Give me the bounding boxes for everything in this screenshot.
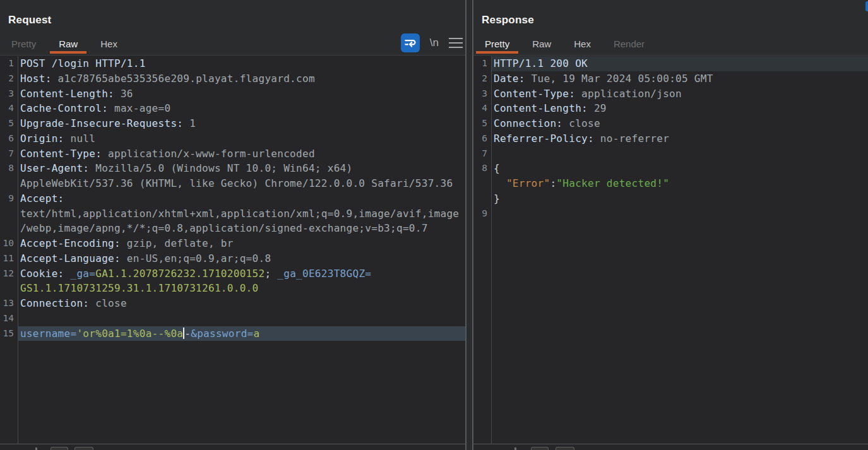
code-line: 7Content-Type: application/x-www-form-ur…	[0, 146, 465, 162]
code-text[interactable]: Accept:	[18, 191, 465, 206]
code-line: 2Host: a1c78765abe535356e209.playat.flag…	[0, 71, 465, 86]
response-title: Response	[482, 14, 534, 27]
code-line: 8{	[473, 161, 868, 176]
search-option-button[interactable]	[531, 447, 549, 450]
code-text[interactable]: Content-Type: application/json	[491, 86, 868, 102]
code-line: 9	[473, 206, 868, 222]
code-text[interactable]: }	[491, 191, 868, 206]
code-line: 13Connection: close	[0, 296, 465, 311]
code-text[interactable]: Cache-Control: max-age=0	[18, 101, 465, 116]
code-text[interactable]: Host: a1c78765abe535356e209.playat.flagy…	[18, 71, 465, 86]
code-text[interactable]: AppleWebKit/537.36 (KHTML, like Gecko) C…	[18, 176, 465, 191]
tab-pretty: Pretty	[3, 37, 45, 54]
word-wrap-toggle-button[interactable]	[401, 33, 420, 52]
code-line: 5Upgrade-Insecure-Requests: 1	[0, 116, 465, 131]
tab-hex[interactable]: Hex	[92, 37, 126, 54]
code-text[interactable]	[491, 146, 868, 162]
code-line: 3Content-Type: application/json	[473, 86, 868, 102]
code-text[interactable]	[491, 206, 868, 222]
line-number: 1	[473, 56, 491, 71]
word-wrap-toggle-button-clipped[interactable]	[865, 1, 868, 11]
word-wrap-icon	[403, 36, 417, 50]
search-option-button[interactable]	[74, 447, 93, 450]
tab-hex[interactable]: Hex	[565, 37, 600, 54]
code-text[interactable]	[18, 311, 465, 326]
code-text[interactable]: "Error":"Hacker detected!"	[491, 176, 868, 191]
code-text[interactable]: Date: Tue, 19 Mar 2024 05:00:05 GMT	[491, 71, 868, 86]
request-header: Request PrettyRawHex \n	[0, 0, 465, 56]
line-number: 3	[0, 86, 18, 102]
panel-splitter[interactable]	[465, 0, 473, 450]
code-text[interactable]: Content-Type: application/x-www-form-url…	[18, 146, 465, 162]
tab-render: Render	[605, 37, 653, 54]
code-text[interactable]: Connection: close	[491, 116, 868, 131]
response-search-bar	[473, 444, 868, 450]
code-text[interactable]: Accept-Language: en-US,en;q=0.9,ar;q=0.8	[18, 251, 465, 266]
code-text[interactable]: Cookie: _ga=GA1.1.2078726232.1710200152;…	[18, 266, 465, 281]
line-number	[473, 191, 491, 206]
response-header: Response PrettyRawHexRender	[473, 0, 868, 56]
code-text[interactable]: GS1.1.1710731259.31.1.1710731261.0.0.0	[18, 281, 465, 296]
line-number: 7	[473, 146, 491, 162]
line-number: 12	[0, 266, 18, 281]
code-text[interactable]: User-Agent: Mozilla/5.0 (Windows NT 10.0…	[18, 161, 465, 176]
response-tabs: PrettyRawHexRender	[476, 37, 653, 54]
line-number: 2	[0, 71, 18, 86]
line-number: 10	[0, 236, 18, 251]
line-number: 5	[0, 116, 18, 131]
code-text[interactable]: Referrer-Policy: no-referrer	[491, 131, 868, 146]
request-editor[interactable]: 1POST /login HTTP/1.12Host: a1c78765abe5…	[0, 56, 465, 444]
request-title: Request	[8, 14, 51, 27]
tab-raw[interactable]: Raw	[50, 37, 86, 54]
code-text[interactable]: Accept-Encoding: gzip, deflate, br	[18, 236, 465, 251]
search-icon	[35, 447, 37, 450]
line-number: 15	[0, 326, 18, 341]
code-line: 1HTTP/1.1 200 OK	[473, 56, 868, 71]
request-search-bar	[0, 444, 465, 450]
code-text[interactable]: /webp,image/apng,*/*;q=0.8,application/s…	[18, 221, 465, 236]
code-line: 1POST /login HTTP/1.1	[0, 56, 465, 71]
search-option-button[interactable]	[556, 447, 574, 450]
show-newlines-toggle[interactable]: \n	[429, 34, 440, 52]
line-number	[0, 221, 18, 236]
code-line: 3Content-Length: 36	[0, 86, 465, 102]
code-line: 15username='or%0a1=1%0a--%0a-&password=a	[0, 326, 465, 341]
code-text[interactable]: text/html,application/xhtml+xml,applicat…	[18, 206, 465, 222]
code-text[interactable]: {	[491, 161, 868, 176]
editor-menu-icon[interactable]	[449, 35, 463, 51]
code-line: 6Referrer-Policy: no-referrer	[473, 131, 868, 146]
line-number	[473, 176, 491, 191]
code-text[interactable]: Content-Length: 29	[491, 101, 868, 116]
code-line: text/html,application/xhtml+xml,applicat…	[0, 206, 465, 222]
code-text[interactable]: Connection: close	[18, 296, 465, 311]
code-line: 2Date: Tue, 19 Mar 2024 05:00:05 GMT	[473, 71, 868, 86]
code-text[interactable]: HTTP/1.1 200 OK	[491, 56, 868, 71]
code-line: 4Content-Length: 29	[473, 101, 868, 116]
line-number: 7	[0, 146, 18, 162]
line-number: 6	[473, 131, 491, 146]
response-panel: Response PrettyRawHexRender 1HTTP/1.1 20…	[473, 0, 868, 450]
line-number: 9	[0, 191, 18, 206]
response-editor[interactable]: 1HTTP/1.1 200 OK2Date: Tue, 19 Mar 2024 …	[473, 56, 868, 444]
line-number: 4	[473, 101, 491, 116]
line-number: 1	[0, 56, 18, 71]
code-line: 8User-Agent: Mozilla/5.0 (Windows NT 10.…	[0, 161, 465, 176]
search-option-button[interactable]	[51, 447, 68, 450]
line-number: 9	[473, 206, 491, 222]
code-text[interactable]: username='or%0a1=1%0a--%0a-&password=a	[18, 326, 465, 341]
tab-pretty[interactable]: Pretty	[476, 37, 518, 54]
line-number: 3	[473, 86, 491, 102]
request-tabs: PrettyRawHex	[3, 37, 126, 54]
code-text[interactable]: Upgrade-Insecure-Requests: 1	[18, 116, 465, 131]
line-number	[0, 206, 18, 222]
code-text[interactable]: POST /login HTTP/1.1	[18, 56, 465, 71]
request-panel: Request PrettyRawHex \n 1POST /login HTT…	[0, 0, 465, 450]
code-text[interactable]: Origin: null	[18, 131, 465, 146]
code-line: "Error":"Hacker detected!"	[473, 176, 868, 191]
line-number	[0, 281, 18, 296]
line-number: 14	[0, 311, 18, 326]
code-line: 6Origin: null	[0, 131, 465, 146]
code-text[interactable]: Content-Length: 36	[18, 86, 465, 102]
code-line: 7	[473, 146, 868, 162]
tab-raw[interactable]: Raw	[523, 37, 560, 54]
